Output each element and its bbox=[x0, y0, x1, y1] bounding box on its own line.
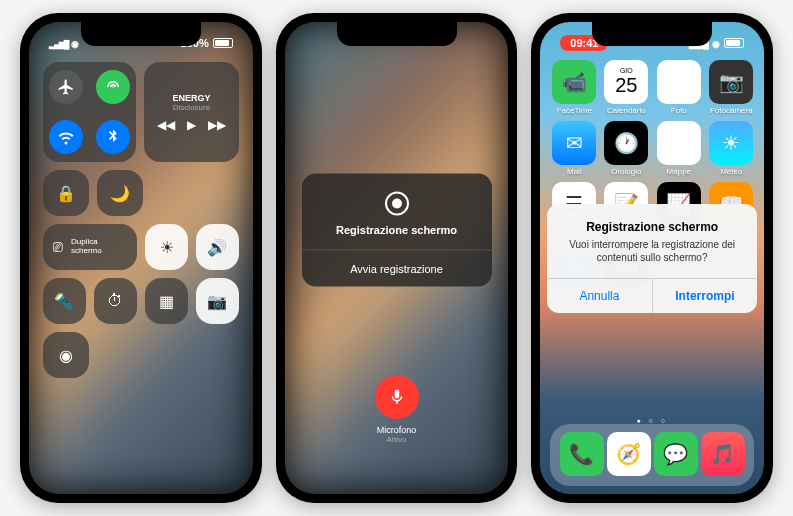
stop-recording-alert: Registrazione schermo Vuoi interrompere … bbox=[547, 204, 757, 313]
alert-message: Vuoi interrompere la registrazione dei c… bbox=[559, 238, 745, 264]
screen-mirror-button[interactable]: ⎚ Duplicaschermo bbox=[43, 224, 137, 270]
phone-control-center: 100% ENERGY Disclosure ◀◀ ▶ bbox=[20, 13, 262, 503]
stop-button[interactable]: Interrompi bbox=[653, 279, 758, 313]
notch bbox=[81, 22, 201, 46]
prev-track-icon[interactable]: ◀◀ bbox=[157, 118, 175, 132]
phone-recording-prompt: Registrazione schermo Avvia registrazion… bbox=[276, 13, 518, 503]
music-block[interactable]: ENERGY Disclosure ◀◀ ▶ ▶▶ bbox=[144, 62, 238, 162]
microphone-toggle[interactable] bbox=[375, 375, 419, 419]
recording-prompt: Registrazione schermo Avvia registrazion… bbox=[302, 173, 492, 286]
wifi-status-icon bbox=[71, 37, 79, 49]
airplay-icon: ⎚ bbox=[53, 238, 63, 256]
alert-title: Registrazione schermo bbox=[559, 220, 745, 234]
do-not-disturb-toggle[interactable]: 🌙 bbox=[97, 170, 143, 216]
play-icon[interactable]: ▶ bbox=[187, 118, 196, 132]
phone-home-alert: 09:41 📹FaceTime GIO25Calendario 🏵Foto 📷F… bbox=[531, 13, 773, 503]
volume-slider[interactable]: 🔊 bbox=[196, 224, 239, 270]
prompt-title: Registrazione schermo bbox=[312, 223, 482, 235]
signal-icon bbox=[49, 37, 68, 49]
notch bbox=[592, 22, 712, 46]
orientation-lock-toggle[interactable]: 🔒 bbox=[43, 170, 89, 216]
battery-icon bbox=[213, 38, 233, 48]
next-track-icon[interactable]: ▶▶ bbox=[208, 118, 226, 132]
connectivity-block bbox=[43, 62, 136, 162]
wifi-toggle[interactable] bbox=[49, 120, 83, 154]
cellular-toggle[interactable] bbox=[96, 70, 130, 104]
camera-button[interactable]: 📷 bbox=[196, 278, 239, 324]
brightness-slider[interactable]: ☀ bbox=[145, 224, 188, 270]
notch bbox=[337, 22, 457, 46]
start-recording-button[interactable]: Avvia registrazione bbox=[302, 249, 492, 286]
mic-state: Attivo bbox=[375, 435, 419, 444]
mic-label: Microfono bbox=[375, 425, 419, 435]
music-subtitle: Disclosure bbox=[173, 103, 210, 112]
airplane-toggle[interactable] bbox=[49, 70, 83, 104]
flashlight-button[interactable]: 🔦 bbox=[43, 278, 86, 324]
cancel-button[interactable]: Annulla bbox=[547, 279, 653, 313]
record-icon bbox=[385, 191, 409, 215]
calculator-button[interactable]: ▦ bbox=[145, 278, 188, 324]
screen-record-button[interactable]: ◉ bbox=[43, 332, 89, 378]
bluetooth-toggle[interactable] bbox=[96, 120, 130, 154]
timer-button[interactable]: ⏱ bbox=[94, 278, 137, 324]
music-title: ENERGY bbox=[172, 93, 210, 103]
